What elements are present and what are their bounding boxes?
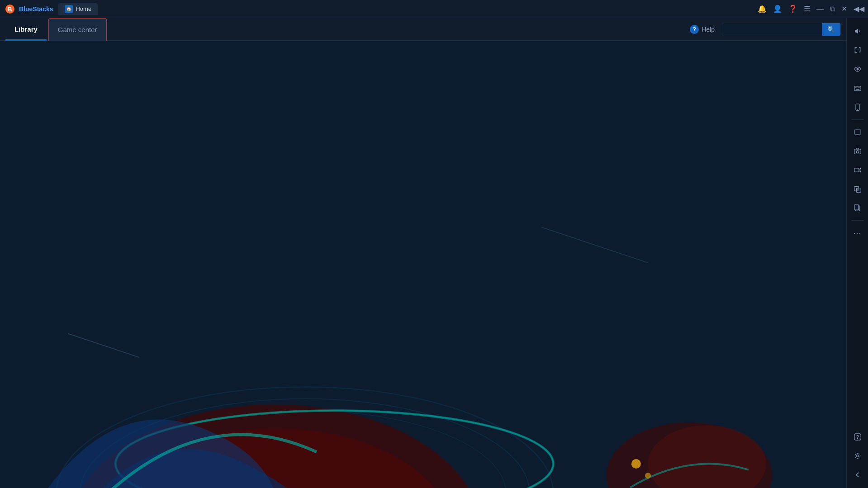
tv-icon: [854, 128, 861, 136]
svg-point-17: [645, 473, 651, 479]
svg-point-9: [98, 428, 453, 488]
right-sidebar: ··· ?: [846, 18, 868, 488]
search-bar: 🔍: [722, 23, 841, 36]
gallery-icon: [854, 185, 861, 193]
sidebar-expand-icon[interactable]: [849, 42, 866, 59]
sidebar-settings-icon[interactable]: [849, 447, 866, 464]
camera-icon: [854, 147, 861, 155]
questionmark-icon: ?: [854, 433, 861, 441]
svg-point-73: [856, 151, 859, 153]
bell-icon[interactable]: 🔔: [758, 5, 767, 13]
svg-rect-80: [854, 205, 859, 210]
svg-rect-63: [856, 87, 857, 88]
close-button[interactable]: ✕: [841, 5, 847, 13]
home-tab-label: Home: [76, 5, 91, 12]
svg-point-11: [115, 411, 553, 488]
sidebar-gallery-icon[interactable]: [849, 180, 866, 198]
help-icon[interactable]: ❓: [788, 5, 797, 13]
svg-point-68: [857, 109, 858, 110]
svg-rect-74: [854, 168, 859, 172]
bluestacks-logo: B BlueStacks: [4, 3, 53, 15]
sidebar-divider-2: [851, 220, 864, 221]
titlebar: B BlueStacks 🏠 Home 🔔 👤 ❓ ☰ — ⧉ ✕ ◀◀: [0, 0, 868, 18]
svg-line-14: [68, 334, 139, 357]
tab-bar: Library Game center ? Help 🔍: [0, 18, 846, 41]
eye-icon: [854, 66, 861, 73]
sidebar-tv-icon[interactable]: [849, 123, 866, 141]
svg-point-84: [855, 453, 860, 458]
help-circle-icon: ?: [690, 25, 699, 34]
svg-rect-62: [855, 87, 856, 88]
svg-point-83: [856, 455, 859, 457]
svg-point-10: [115, 411, 553, 488]
content-area: Library Game center ? Help 🔍: [0, 18, 846, 488]
svg-text:?: ?: [856, 435, 859, 440]
sidebar-camera-icon[interactable]: [849, 142, 866, 160]
svg-text:B: B: [8, 6, 12, 13]
bluestacks-label: BlueStacks: [19, 5, 53, 13]
window-controls: 🔔 👤 ❓ ☰ — ⧉ ✕ ◀◀: [758, 5, 864, 13]
video-icon: [854, 166, 861, 174]
tab-game-center[interactable]: Game center: [48, 18, 107, 41]
search-button[interactable]: 🔍: [822, 23, 840, 36]
svg-point-8: [68, 405, 483, 488]
svg-point-5: [57, 387, 554, 488]
svg-point-60: [856, 68, 859, 71]
svg-rect-65: [859, 87, 860, 88]
menu-icon[interactable]: ☰: [804, 5, 810, 13]
copy-icon: [854, 204, 861, 212]
sidebar-toggle-button[interactable]: ◀◀: [854, 5, 864, 13]
svg-rect-61: [854, 86, 860, 91]
expand-icon: [854, 47, 861, 54]
svg-point-7: [104, 411, 506, 488]
search-input[interactable]: [722, 23, 822, 35]
sidebar-questionmark-icon[interactable]: ?: [849, 428, 866, 445]
home-tab-icon: 🏠: [65, 5, 73, 13]
minimize-button[interactable]: —: [816, 5, 824, 13]
background-visual: [9, 50, 837, 488]
svg-rect-66: [856, 89, 859, 90]
home-tab[interactable]: 🏠 Home: [58, 3, 98, 15]
svg-line-15: [541, 227, 648, 262]
restore-button[interactable]: ⧉: [830, 5, 835, 13]
back-icon: [854, 471, 861, 479]
svg-point-16: [631, 459, 641, 469]
help-button[interactable]: ? Help: [690, 25, 715, 34]
svg-point-13: [648, 425, 766, 488]
svg-rect-69: [854, 130, 860, 134]
svg-point-6: [80, 399, 530, 488]
app-area: All installed ⋮: [0, 41, 846, 488]
svg-marker-75: [859, 168, 861, 172]
bluestacks-logo-icon: B: [4, 3, 16, 15]
user-icon[interactable]: 👤: [773, 5, 782, 13]
svg-rect-64: [858, 87, 859, 88]
sidebar-video-icon[interactable]: [849, 161, 866, 179]
sidebar-copy-icon[interactable]: [849, 199, 866, 217]
settings-icon: [854, 452, 861, 460]
svg-point-12: [607, 422, 772, 488]
sidebar-back-icon[interactable]: [849, 466, 866, 483]
keyboard-icon: [854, 85, 861, 92]
sidebar-volume-icon[interactable]: [849, 23, 866, 40]
volume-icon: [854, 28, 861, 35]
sidebar-eye-icon[interactable]: [849, 61, 866, 78]
sidebar-keyboard-icon[interactable]: [849, 80, 866, 97]
sidebar-bottom-controls: ?: [849, 428, 866, 483]
phone-icon: [854, 104, 861, 111]
svg-rect-4: [9, 50, 837, 488]
tab-library[interactable]: Library: [5, 18, 47, 41]
sidebar-more-icon[interactable]: ···: [849, 224, 866, 242]
sidebar-phone-icon[interactable]: [849, 99, 866, 116]
sidebar-divider-1: [851, 119, 864, 120]
